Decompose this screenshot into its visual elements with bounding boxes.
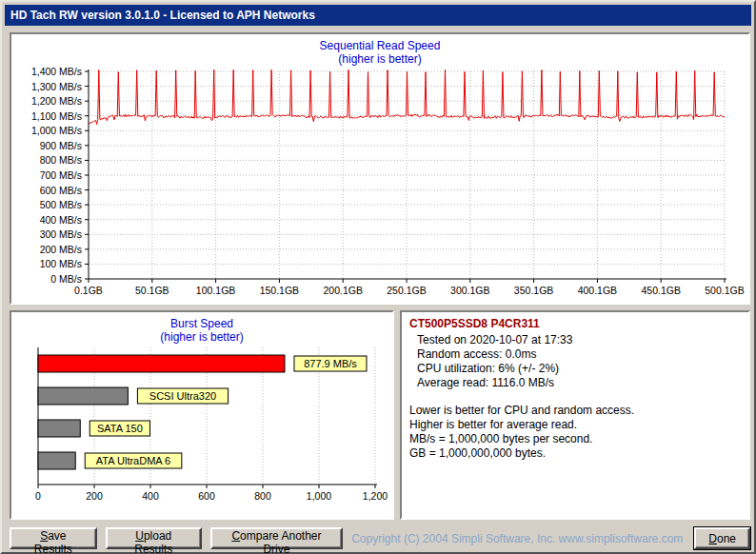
- svg-text:700 MB/s: 700 MB/s: [40, 169, 82, 181]
- results-info-panel: CT500P5SSD8 P4CR311 Tested on 2020-10-07…: [400, 310, 750, 520]
- compare-another-drive-button[interactable]: Compare Another Drive: [210, 527, 343, 549]
- svg-text:500 MB/s: 500 MB/s: [40, 199, 82, 210]
- svg-text:SATA 150: SATA 150: [97, 423, 143, 434]
- burst-subtitle: (higher is better): [11, 330, 392, 344]
- svg-text:0: 0: [35, 490, 41, 502]
- svg-text:150.1GB: 150.1GB: [260, 285, 299, 296]
- svg-text:1,200: 1,200: [363, 490, 388, 502]
- svg-text:200 MB/s: 200 MB/s: [40, 244, 82, 255]
- svg-text:0.1GB: 0.1GB: [74, 285, 103, 296]
- svg-text:450.1GB: 450.1GB: [641, 285, 680, 296]
- svg-text:350.1GB: 350.1GB: [514, 285, 553, 296]
- svg-text:400 MB/s: 400 MB/s: [40, 214, 82, 226]
- burst-speed-chart: 02004006008001,0001,200877.9 MB/sSCSI Ul…: [13, 344, 390, 517]
- svg-text:800 MB/s: 800 MB/s: [40, 154, 82, 166]
- info-line-random-access: Random access: 0.0ms: [417, 347, 741, 362]
- svg-text:200: 200: [86, 490, 103, 502]
- svg-text:200.1GB: 200.1GB: [323, 285, 362, 296]
- done-button[interactable]: Done: [694, 527, 750, 549]
- info-line-average-read: Average read: 1116.0 MB/s: [417, 376, 741, 390]
- burst-chart-title: Burst Speed (higher is better): [11, 312, 392, 344]
- sequential-read-chart: 0 MB/s100 MB/s200 MB/s300 MB/s400 MB/s50…: [12, 66, 747, 300]
- svg-text:877.9 MB/s: 877.9 MB/s: [304, 358, 357, 369]
- sequential-read-panel: Sequential Read Speed (higher is better)…: [10, 32, 750, 305]
- info-line-tested-on: Tested on 2020-10-07 at 17:33: [417, 333, 741, 347]
- svg-text:50.1GB: 50.1GB: [135, 285, 169, 296]
- svg-text:400: 400: [142, 490, 159, 502]
- note-gb-definition: GB = 1,000,000,000 bytes.: [409, 446, 741, 461]
- svg-text:1,200 MB/s: 1,200 MB/s: [31, 95, 82, 107]
- svg-text:600 MB/s: 600 MB/s: [40, 185, 82, 196]
- svg-text:0 MB/s: 0 MB/s: [50, 273, 82, 285]
- svg-text:100 MB/s: 100 MB/s: [40, 258, 82, 269]
- drive-name: CT500P5SSD8 P4CR311: [409, 317, 741, 330]
- upload-results-button[interactable]: Upload Results: [106, 527, 202, 549]
- note-higher-better: Higher is better for average read.: [409, 418, 741, 432]
- svg-text:600: 600: [198, 490, 215, 502]
- svg-text:SCSI Ultra320: SCSI Ultra320: [149, 390, 216, 402]
- svg-text:ATA UltraDMA 6: ATA UltraDMA 6: [96, 455, 170, 466]
- sequential-title: Sequential Read Speed: [11, 39, 748, 52]
- sequential-subtitle: (higher is better): [11, 52, 748, 66]
- svg-text:500.1GB: 500.1GB: [705, 285, 744, 296]
- svg-text:100.1GB: 100.1GB: [196, 285, 235, 296]
- svg-text:1,100 MB/s: 1,100 MB/s: [31, 110, 82, 122]
- title-bar[interactable]: HD Tach RW version 3.0.1.0 - Licensed to…: [5, 5, 751, 26]
- button-row: Save Results Upload Results Compare Anot…: [10, 526, 750, 550]
- burst-speed-panel: Burst Speed (higher is better) 020040060…: [10, 310, 394, 520]
- save-results-button[interactable]: Save Results: [10, 527, 97, 549]
- burst-title: Burst Speed: [11, 317, 392, 330]
- hdtach-window: HD Tach RW version 3.0.1.0 - Licensed to…: [0, 0, 756, 554]
- note-lower-better: Lower is better for CPU and random acces…: [409, 404, 741, 418]
- svg-text:300.1GB: 300.1GB: [450, 285, 489, 296]
- legend-notes: Lower is better for CPU and random acces…: [409, 404, 741, 461]
- svg-text:1,000: 1,000: [307, 490, 331, 502]
- svg-text:400.1GB: 400.1GB: [578, 285, 617, 296]
- info-line-cpu-utilization: CPU utilization: 6% (+/- 2%): [417, 362, 741, 376]
- svg-text:800: 800: [254, 490, 271, 502]
- copyright-text: Copyright (C) 2004 Simpli Software, Inc.…: [351, 532, 683, 545]
- svg-text:250.1GB: 250.1GB: [387, 285, 426, 296]
- svg-text:1,000 MB/s: 1,000 MB/s: [31, 125, 82, 136]
- svg-text:300 MB/s: 300 MB/s: [40, 228, 82, 240]
- svg-text:1,400 MB/s: 1,400 MB/s: [31, 66, 82, 77]
- svg-text:900 MB/s: 900 MB/s: [40, 140, 82, 151]
- window-title: HD Tach RW version 3.0.1.0 - Licensed to…: [10, 9, 315, 22]
- test-details: Tested on 2020-10-07 at 17:33 Random acc…: [417, 333, 741, 390]
- sequential-chart-title: Sequential Read Speed (higher is better): [11, 34, 748, 66]
- note-mbs-definition: MB/s = 1,000,000 bytes per second.: [409, 432, 741, 446]
- svg-text:1,300 MB/s: 1,300 MB/s: [31, 81, 82, 92]
